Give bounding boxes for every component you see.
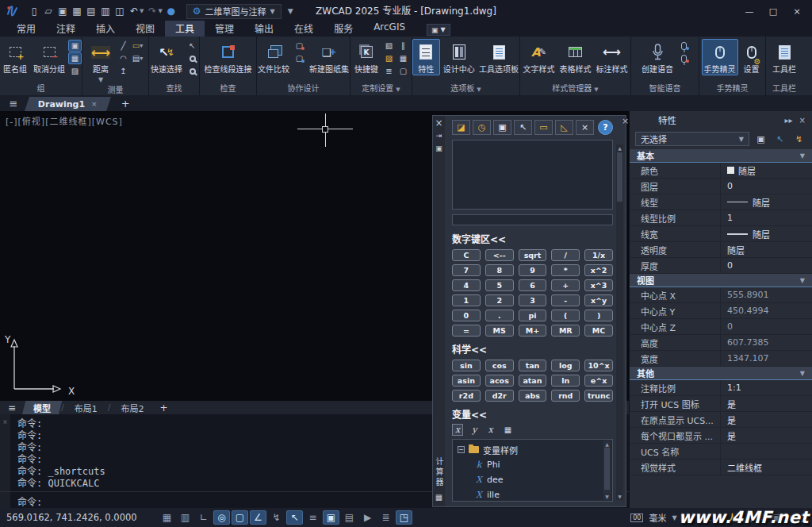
file-revision-icon[interactable]: ▢ (293, 40, 306, 52)
quick-select-button[interactable]: ↖↯ 快速选择 (149, 39, 184, 75)
ribbon-collapse-control[interactable]: ▣ ▼ (427, 24, 450, 36)
property-value[interactable]: 450.4994 (720, 303, 812, 318)
calc-key-5[interactable]: 5 (485, 279, 514, 291)
group-manager-icon[interactable]: ▨ (68, 65, 82, 77)
auto-tracking-toggle[interactable]: ↯ (268, 510, 285, 525)
menu-tab-4[interactable]: 视图 (125, 21, 165, 37)
ortho-mode-toggle[interactable]: ∟ (195, 510, 212, 525)
distance-button[interactable]: ⟷ 距离 ▼ (86, 39, 115, 85)
sci-key-log[interactable]: log (551, 360, 580, 371)
quickcalc-scrollbar[interactable]: ▲ ▼ (616, 144, 623, 500)
scientific-section-label[interactable]: 科学<< (452, 342, 613, 356)
menu-tab-3[interactable]: 插入 (86, 21, 125, 37)
new-document-icon[interactable]: ▯ (27, 4, 41, 18)
sci-key-atan[interactable]: atan (519, 375, 547, 387)
sci-key-d2r[interactable]: d2r (485, 390, 514, 402)
close-icon[interactable]: × (2, 417, 7, 426)
properties-section-header-3[interactable]: 其他▼ (630, 367, 812, 380)
workspace-selector[interactable]: ⚙ 二维草图与注释 ▼ (186, 4, 282, 19)
close-icon[interactable]: × (799, 116, 806, 125)
property-value[interactable]: 是 (720, 396, 812, 411)
clear-icon[interactable]: ◪ (452, 120, 470, 135)
anonymous-group-button[interactable]: + 匿名组 (0, 39, 30, 75)
measure-area-icon[interactable]: ▭▾ (131, 40, 144, 52)
sci-key-trunc[interactable]: trunc (584, 390, 613, 402)
open-icon[interactable]: ▱ (41, 4, 56, 18)
property-value[interactable]: 607.7385 (720, 335, 812, 350)
file-compare-button[interactable]: 文件比较 (256, 39, 291, 75)
palettes-panel-label[interactable]: 选项板▼ (412, 83, 519, 95)
design-center-button[interactable]: 设计中心 (442, 39, 477, 75)
shortcut-keys-button[interactable]: K 快捷键 (352, 39, 381, 75)
calc-key-x_3[interactable]: x^3 (584, 279, 613, 291)
measure-list-icon[interactable]: ▤▾ (131, 52, 144, 64)
measure-angle-icon[interactable]: ↥ (117, 65, 130, 77)
tool-palettes-button[interactable]: 工具选项板 (478, 39, 519, 75)
calc-key-_[interactable]: ) (584, 310, 613, 321)
gesture-settings-button[interactable]: ⚙ 设置 (740, 39, 764, 75)
gesture-wizard-button[interactable]: 手势精灵 (702, 39, 738, 75)
menu-tab-1[interactable]: 常用 (6, 21, 46, 37)
command-prompt[interactable]: 命令: (17, 494, 42, 508)
calc-key-7[interactable]: 7 (452, 264, 481, 276)
property-value[interactable]: 随层 (720, 163, 812, 178)
calc-key-4[interactable]: 4 (452, 279, 481, 291)
menu-tab-2[interactable]: 注释 (46, 21, 86, 37)
delete-variable-icon[interactable]: x (485, 425, 495, 435)
property-value[interactable]: 随层 (720, 242, 812, 257)
select-similar-icon[interactable]: ↖ (186, 40, 199, 52)
auto-hide-icon[interactable]: ▸▸ (785, 116, 793, 125)
quick-properties-toggle[interactable]: ▤ (341, 510, 358, 525)
property-value[interactable]: 随层 (720, 194, 812, 210)
sci-key-tan[interactable]: tan (519, 360, 547, 371)
sci-key-acos[interactable]: acos (485, 375, 514, 387)
style-manager-panel-label[interactable]: 样式管理器▼ (520, 83, 630, 95)
calc-key-2[interactable]: 2 (485, 294, 514, 306)
property-value[interactable] (720, 444, 812, 459)
file-append-icon[interactable]: ▢ (293, 52, 306, 64)
viewport-controls-label[interactable]: [-][俯视][二维线框][WCS] (6, 114, 123, 127)
property-value[interactable]: 是 (720, 428, 812, 443)
property-value[interactable]: 0 (720, 179, 812, 194)
calc-key-3[interactable]: 3 (519, 294, 547, 306)
barcode-icon[interactable]: ∥ (396, 40, 410, 52)
save-icon[interactable]: ▣ (56, 4, 70, 18)
paste-to-cmdline-icon[interactable]: ▣ (493, 120, 511, 135)
calc-key-x_2[interactable]: x^2 (584, 264, 613, 276)
sci-key-e_x[interactable]: e^x (584, 375, 613, 387)
snap-mode-toggle[interactable]: ▥ (177, 510, 193, 525)
sci-key-ln[interactable]: ln (551, 375, 580, 387)
menu-tab-8[interactable]: 在线 (284, 21, 324, 37)
new-layout-button[interactable]: + (153, 402, 174, 414)
calc-key-MC[interactable]: MC (584, 325, 613, 337)
sci-key-asin[interactable]: asin (452, 375, 481, 387)
menu-tab-10[interactable]: ArcGIS (363, 21, 416, 37)
dimension-style-button[interactable]: ⟷ 标注样式 (595, 39, 630, 75)
sci-key-10_x[interactable]: 10^x (584, 360, 613, 371)
pickadd-toggle-icon[interactable]: ▣ (753, 133, 768, 146)
quick-select-icon[interactable]: ↯ (791, 133, 806, 146)
selection-dropdown[interactable]: 无选择 ▼ (635, 132, 749, 146)
variable-item[interactable]: kPhi (458, 457, 601, 472)
variables-section-label[interactable]: 变量<< (452, 407, 613, 421)
measure-arc-icon[interactable]: ◠ (117, 52, 130, 64)
measure-slope-icon[interactable]: ╱ (117, 40, 130, 52)
calc-key-_[interactable]: = (452, 325, 481, 337)
check-segment-connection-button[interactable]: 检查线段连接 (201, 39, 255, 75)
menu-tab-5[interactable]: 工具 (165, 21, 205, 37)
table-style-button[interactable]: 表格样式 (558, 39, 593, 75)
sci-key-rnd[interactable]: rnd (551, 390, 580, 402)
alias-edit-icon[interactable]: ▨ (382, 52, 396, 64)
angle-of-line-icon[interactable]: ◺ (555, 120, 573, 135)
variables-root-row[interactable]: −变量样例 (458, 442, 601, 457)
document-tab-drawing1[interactable]: Drawing1 × (25, 97, 111, 111)
save-as-icon[interactable]: ▦ (70, 4, 84, 18)
get-coordinates-icon[interactable]: ↖ (514, 120, 532, 135)
property-value[interactable]: 1:1 (720, 380, 812, 395)
new-tab-button[interactable]: + (121, 98, 130, 110)
calc-key-1_x[interactable]: 1/x (584, 249, 613, 261)
palette-properties-icon[interactable]: ▣ (435, 144, 442, 152)
variable-item[interactable]: Xille (458, 487, 601, 502)
numpad-section-label[interactable]: 数字键区<< (452, 232, 613, 245)
variable-calculator-icon[interactable]: ▦ (502, 425, 514, 434)
